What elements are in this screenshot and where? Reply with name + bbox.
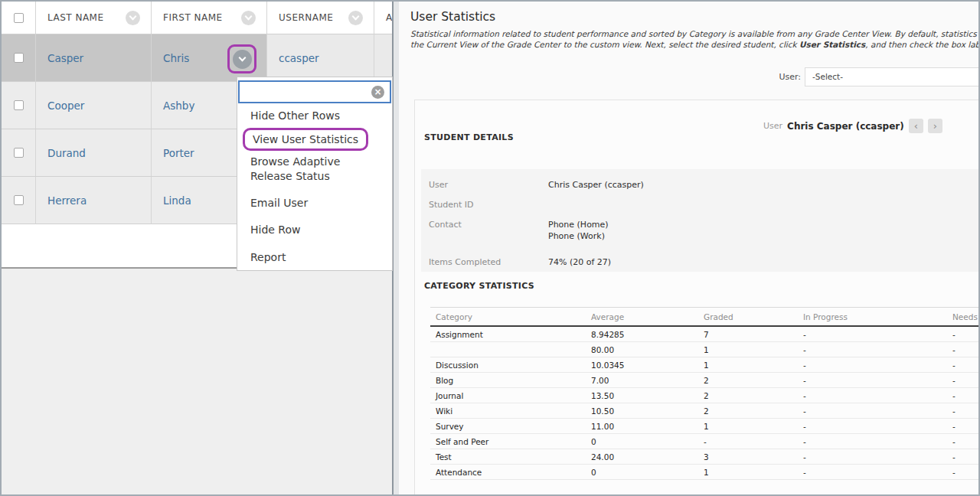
row-checkbox[interactable] xyxy=(14,195,24,205)
column-header-availability: AVAILABILITY xyxy=(374,2,392,34)
user-nav-value: Chris Casper (ccasper) xyxy=(787,121,904,132)
instructions-line-1: Statistical information related to stude… xyxy=(410,28,978,39)
cell-graded: 1 xyxy=(698,345,798,354)
row-select-cell xyxy=(2,129,36,177)
table-row: Discussion 10.0345 1 - - xyxy=(430,357,978,373)
row-checkbox[interactable] xyxy=(14,148,24,158)
cell-needs-grading: - xyxy=(947,391,978,400)
column-menu-button[interactable] xyxy=(348,11,363,25)
cell-in-progress: - xyxy=(798,437,947,446)
column-header-first-name: FIRST NAME xyxy=(152,2,267,34)
detail-row-items-completed: Items Completed 74% (20 of 27) xyxy=(421,256,978,268)
detail-row-student-id: Student ID xyxy=(421,199,978,210)
cell-category: Journal xyxy=(430,391,586,400)
last-name-text: Herrera xyxy=(47,194,87,207)
user-statistics-panel: User Statistics Statistical information … xyxy=(399,2,978,494)
category-statistics-heading: CATEGORY STATISTICS xyxy=(424,281,534,291)
first-name-text: Linda xyxy=(163,194,191,207)
row-context-menu: × Hide Other Rows View User Statistics B… xyxy=(237,77,393,271)
cell-in-progress: - xyxy=(798,361,947,370)
category-statistics-table: Category Average Graded In Progress Need… xyxy=(430,307,978,480)
row-checkbox[interactable] xyxy=(14,100,24,110)
cell-category: Wiki xyxy=(430,406,586,416)
table-header-row: LAST NAME FIRST NAME USERNAME AVAILABILI… xyxy=(2,2,392,34)
cell-graded: 2 xyxy=(698,376,798,385)
cell-in-progress: - xyxy=(798,376,947,385)
user-select-label: User: xyxy=(747,72,801,82)
cell-needs-grading: - xyxy=(947,376,978,385)
column-header-username: USERNAME xyxy=(267,2,374,34)
menu-item-report[interactable]: Report xyxy=(250,251,286,263)
availability-cell xyxy=(374,34,392,82)
col-needs-grading: Needs Grading xyxy=(947,312,978,321)
col-category: Category xyxy=(430,312,586,321)
menu-item-hide-other-rows[interactable]: Hide Other Rows xyxy=(250,109,340,122)
user-navigator: User Chris Casper (ccasper) ‹ › xyxy=(763,119,942,133)
last-name-text: Durand xyxy=(47,147,86,159)
cell-in-progress: - xyxy=(798,330,947,339)
cell-average: 24.00 xyxy=(586,452,698,462)
user-select[interactable]: -Select- xyxy=(805,67,978,86)
cell-in-progress: - xyxy=(798,406,947,416)
cell-in-progress: - xyxy=(798,345,947,354)
cell-needs-grading: - xyxy=(947,437,978,446)
table-row: Test 24.00 3 - - xyxy=(430,449,978,465)
menu-item-view-user-statistics[interactable]: View User Statistics xyxy=(243,128,368,151)
table-row: Survey 11.00 1 - - xyxy=(430,419,978,434)
column-label: LAST NAME xyxy=(47,12,104,23)
cell-category: Test xyxy=(430,452,586,462)
instructions-line-2: the Current View of the Grade Center to … xyxy=(410,39,978,50)
panel-divider xyxy=(392,2,399,494)
last-name-cell[interactable]: Cooper xyxy=(36,82,152,129)
menu-search-input[interactable] xyxy=(240,82,371,102)
detail-value: 74% (20 of 27) xyxy=(548,256,611,268)
detail-label: Student ID xyxy=(421,199,548,210)
previous-user-button[interactable]: ‹ xyxy=(909,119,923,133)
user-nav-label: User xyxy=(763,121,782,131)
cell-category: Survey xyxy=(430,422,586,431)
row-context-menu-button[interactable] xyxy=(233,50,252,69)
first-name-text: Porter xyxy=(163,147,194,159)
last-name-cell[interactable]: Herrera xyxy=(36,177,152,224)
last-name-cell[interactable]: Durand xyxy=(36,129,152,177)
detail-label: Items Completed xyxy=(421,256,548,268)
chevron-down-icon xyxy=(129,12,137,20)
cell-average: 7.00 xyxy=(586,376,698,385)
column-menu-button[interactable] xyxy=(241,11,256,25)
menu-item-browse-adaptive-release-status[interactable]: Browse Adaptive Release Status xyxy=(250,155,373,184)
select-all-checkbox[interactable] xyxy=(14,13,24,23)
cell-needs-grading: - xyxy=(947,422,978,431)
clear-icon[interactable]: × xyxy=(371,86,384,99)
menu-item-hide-row[interactable]: Hide Row xyxy=(250,224,300,236)
cell-category: Blog xyxy=(430,376,586,385)
cell-average: 10.0345 xyxy=(586,361,698,370)
statistics-box: User Chris Casper (ccasper) ‹ › STUDENT … xyxy=(414,100,978,494)
first-name-text: Ashby xyxy=(163,100,194,112)
cell-graded: 1 xyxy=(698,361,798,370)
highlight-ring xyxy=(227,44,256,73)
cell-graded: 3 xyxy=(698,452,798,462)
cell-needs-grading: - xyxy=(947,468,978,477)
menu-item-email-user[interactable]: Email User xyxy=(250,197,308,209)
table-row: 80.00 1 - - xyxy=(430,342,978,357)
next-user-button[interactable]: › xyxy=(928,119,942,133)
category-table-header: Category Average Graded In Progress Need… xyxy=(430,307,978,327)
cell-needs-grading: - xyxy=(947,330,978,339)
cell-category: Attendance xyxy=(430,468,586,477)
table-row: Self and Peer 0 - - - xyxy=(430,434,978,449)
row-checkbox[interactable] xyxy=(14,53,24,63)
cell-graded: 2 xyxy=(698,406,798,416)
student-details-block: User Chris Casper (ccasper) Student ID C… xyxy=(421,169,978,272)
username-cell[interactable]: ccasper xyxy=(267,34,374,82)
chevron-left-icon: ‹ xyxy=(914,121,918,131)
cell-average: 0 xyxy=(586,437,698,446)
table-row: Blog 7.00 2 - - xyxy=(430,373,978,388)
cell-in-progress: - xyxy=(798,468,947,477)
column-menu-button[interactable] xyxy=(126,11,140,25)
grade-center-region: LAST NAME FIRST NAME USERNAME AVAILABILI… xyxy=(2,2,392,494)
cell-average: 11.00 xyxy=(586,422,698,431)
last-name-text: Cooper xyxy=(47,100,84,112)
table-row: Wiki 10.50 2 - - xyxy=(430,403,978,419)
last-name-cell[interactable]: Casper xyxy=(36,34,152,82)
cell-in-progress: - xyxy=(798,452,947,462)
